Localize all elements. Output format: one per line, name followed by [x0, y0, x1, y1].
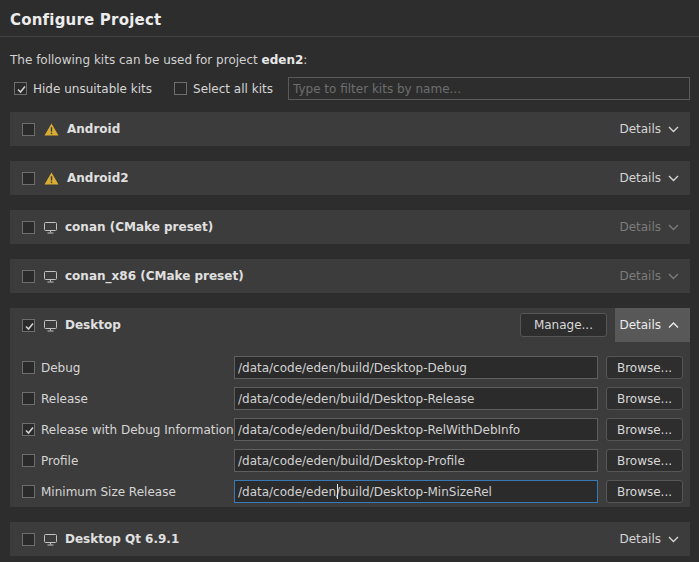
kit-list: Android Details Android2 Details	[10, 112, 690, 562]
checkmark-icon	[23, 320, 36, 333]
build-dir-input[interactable]	[234, 387, 598, 410]
kit-card-conan-x86: conan_x86 (CMake preset) Details	[10, 259, 690, 293]
kit-checkbox[interactable]	[22, 221, 35, 234]
checkmark-icon	[23, 424, 36, 437]
build-config-checkbox[interactable]	[22, 361, 35, 374]
browse-button[interactable]: Browse...	[606, 480, 683, 503]
details-toggle: Details	[615, 210, 690, 244]
chevron-up-icon	[668, 322, 679, 329]
build-config-label: Release	[41, 392, 88, 406]
build-config-label: Release with Debug Information	[41, 423, 234, 437]
kit-card-desktop-qt: Desktop Qt 6.9.1 Details	[10, 522, 690, 556]
build-dir-field-wrap	[234, 387, 598, 410]
build-config-option: Profile	[22, 454, 234, 468]
build-dir-input[interactable]	[234, 418, 598, 441]
build-dir-input-focused[interactable]	[234, 480, 598, 503]
text-caret	[337, 484, 338, 499]
browse-button[interactable]: Browse...	[606, 356, 683, 379]
browse-button[interactable]: Browse...	[606, 387, 683, 410]
build-config-checkbox[interactable]	[22, 392, 35, 405]
kits-hint-suffix: :	[303, 53, 307, 67]
desktop-icon	[44, 270, 57, 283]
hide-unsuitable-kits-checkbox[interactable]	[14, 82, 27, 95]
details-toggle[interactable]: Details	[615, 522, 690, 556]
details-toggle[interactable]: Details	[615, 161, 690, 195]
kit-card-desktop: Desktop Manage... Details Debug	[10, 308, 690, 507]
page-content: The following kits can be used for proje…	[0, 53, 699, 562]
kit-name: Desktop Qt 6.9.1	[65, 532, 179, 546]
build-config-option: Minimum Size Release	[22, 485, 234, 499]
kits-hint-text: The following kits can be used for proje…	[10, 53, 690, 67]
kit-header: Desktop Manage... Details	[10, 308, 690, 342]
build-dir-input[interactable]	[234, 356, 598, 379]
kit-header: Android Details	[10, 112, 690, 146]
select-all-kits-option[interactable]: Select all kits	[174, 82, 273, 96]
hide-unsuitable-kits-label: Hide unsuitable kits	[33, 82, 152, 96]
details-toggle: Details	[615, 259, 690, 293]
select-all-kits-checkbox[interactable]	[174, 82, 187, 95]
kit-name: Desktop	[65, 318, 121, 332]
build-config-row-profile: Profile Browse...	[22, 449, 690, 472]
kit-checkbox[interactable]	[22, 319, 35, 332]
kit-card-android2: Android2 Details	[10, 161, 690, 195]
details-label: Details	[619, 220, 661, 234]
kit-card-android: Android Details	[10, 112, 690, 146]
kits-hint-prefix: The following kits can be used for proje…	[10, 53, 262, 67]
browse-button[interactable]: Browse...	[606, 418, 683, 441]
chevron-down-icon	[668, 224, 679, 231]
page-title: Configure Project	[10, 11, 689, 29]
project-name: eden2	[262, 53, 304, 67]
build-config-row-release: Release Browse...	[22, 387, 690, 410]
kit-checkbox[interactable]	[22, 123, 35, 136]
details-label: Details	[619, 269, 661, 283]
warning-icon	[44, 123, 59, 136]
select-all-kits-label: Select all kits	[193, 82, 273, 96]
build-config-label: Minimum Size Release	[41, 485, 176, 499]
build-config-label: Profile	[41, 454, 78, 468]
hide-unsuitable-kits-option[interactable]: Hide unsuitable kits	[14, 82, 152, 96]
manage-kits-button[interactable]: Manage...	[520, 313, 607, 337]
chevron-down-icon	[668, 175, 679, 182]
details-toggle[interactable]: Details	[615, 308, 690, 342]
kit-header: conan (CMake preset) Details	[10, 210, 690, 244]
details-label: Details	[619, 532, 661, 546]
build-dir-input[interactable]	[234, 449, 598, 472]
build-config-option: Release with Debug Information	[22, 423, 234, 437]
kit-header: Desktop Qt 6.9.1 Details	[10, 522, 690, 556]
details-label: Details	[619, 122, 661, 136]
configure-project-page: Configure Project The following kits can…	[0, 0, 699, 562]
kit-header: conan_x86 (CMake preset) Details	[10, 259, 690, 293]
kit-checkbox[interactable]	[22, 533, 35, 546]
filter-row: Hide unsuitable kits Select all kits	[10, 77, 690, 100]
kit-name: Android2	[67, 171, 129, 185]
chevron-down-icon	[668, 273, 679, 280]
warning-icon	[44, 172, 59, 185]
kit-name: Android	[67, 122, 120, 136]
chevron-down-icon	[668, 126, 679, 133]
build-dir-field-wrap	[234, 449, 598, 472]
build-dir-field-wrap	[234, 418, 598, 441]
build-config-checkbox[interactable]	[22, 423, 35, 436]
kit-name: conan (CMake preset)	[65, 220, 213, 234]
kit-header: Android2 Details	[10, 161, 690, 195]
browse-button[interactable]: Browse...	[606, 449, 683, 472]
desktop-icon	[44, 319, 57, 332]
details-toggle[interactable]: Details	[615, 112, 690, 146]
page-header: Configure Project	[0, 0, 699, 37]
desktop-icon	[44, 533, 57, 546]
kit-name: conan_x86 (CMake preset)	[65, 269, 244, 283]
build-dir-field-wrap	[234, 356, 598, 379]
build-config-option: Debug	[22, 361, 234, 375]
kit-filter-input[interactable]	[288, 77, 690, 100]
build-config-checkbox[interactable]	[22, 485, 35, 498]
build-config-checkbox[interactable]	[22, 454, 35, 467]
kit-checkbox[interactable]	[22, 270, 35, 283]
kit-card-conan: conan (CMake preset) Details	[10, 210, 690, 244]
build-config-row-relwithdebinfo: Release with Debug Information Browse...	[22, 418, 690, 441]
build-config-row-minsizerel: Minimum Size Release Browse...	[22, 480, 690, 503]
build-config-list: Debug Browse... Release	[10, 342, 690, 507]
build-dir-field-wrap	[234, 480, 598, 503]
build-config-row-debug: Debug Browse...	[22, 356, 690, 379]
kit-checkbox[interactable]	[22, 172, 35, 185]
desktop-icon	[44, 221, 57, 234]
